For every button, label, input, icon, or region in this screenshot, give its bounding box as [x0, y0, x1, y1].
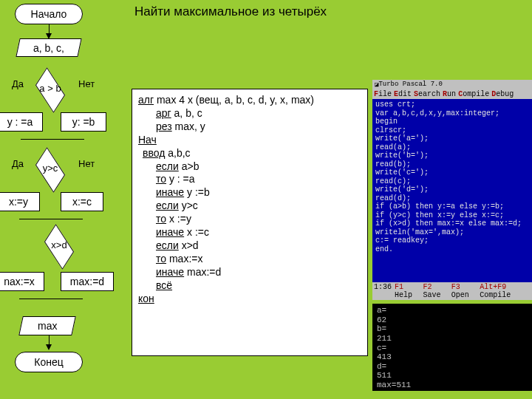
flow-dec2-yes: Да	[12, 158, 24, 169]
flow-dec1-yes: Да	[12, 78, 24, 89]
ide-menu-file[interactable]: FFileile	[374, 90, 392, 98]
flow-p1b: y: =b	[61, 112, 106, 132]
ide-titlebar: ◪ Turbo Pascal 7.0	[372, 80, 532, 89]
page-title: Найти максимальное из четырёх	[134, 4, 327, 19]
flowchart: Начало a, b, c, a > b Да Нет y : =a y: =…	[0, 0, 132, 399]
flow-dec1-no: Нет	[78, 78, 95, 89]
flow-p3a: nax:=x	[0, 272, 44, 291]
flow-p2a: x:=y	[0, 192, 40, 211]
ide-menu-debug[interactable]: Debug	[491, 90, 514, 98]
pascal-ide: ◪ Turbo Pascal 7.0 FFileile Edit Search …	[372, 80, 532, 300]
ide-menu[interactable]: FFileile Edit Search Run Compile Debug	[372, 89, 532, 99]
flow-output: max	[18, 316, 76, 335]
console-line: d=	[377, 362, 386, 371]
flow-p3b: max:=d	[61, 272, 114, 291]
ide-menu-edit[interactable]: Edit	[394, 90, 412, 98]
console-line: 62	[377, 316, 386, 324]
ide-menu-compile[interactable]: Compile	[458, 90, 489, 98]
console-line: b=	[377, 324, 386, 333]
ide-menu-search[interactable]: Search	[414, 90, 440, 98]
flow-p1a: y : =a	[0, 112, 43, 132]
console-line: 211	[377, 334, 392, 343]
flow-dec2-no: Нет	[78, 158, 95, 169]
ide-menu-run[interactable]: Run	[443, 90, 456, 98]
flow-end: Конец	[15, 352, 83, 372]
flow-input: a, b, c,	[16, 38, 81, 57]
ide-status: 1:36 F1 Help F2 Save F3 Open Alt+F9 Comp…	[372, 282, 532, 300]
flow-p2b: x:=c	[61, 192, 103, 211]
ide-code[interactable]: uses crt; var a,b,c,d,x,y,max:integer; b…	[372, 99, 532, 255]
console-output: a= 62 b= 211 c= 413 d= 511 max=511	[372, 304, 532, 391]
console-line: c=	[377, 344, 386, 352]
pseudocode-box: алг max 4 x (вещ, a, b, c, d, y, x, max)…	[132, 89, 368, 356]
console-line: max=511	[377, 381, 411, 389]
console-line: a=	[377, 306, 386, 315]
ide-title-text: Turbo Pascal 7.0	[378, 81, 530, 89]
flow-start: Начало	[15, 4, 83, 24]
console-line: 511	[377, 371, 392, 380]
console-line: 413	[377, 352, 392, 361]
